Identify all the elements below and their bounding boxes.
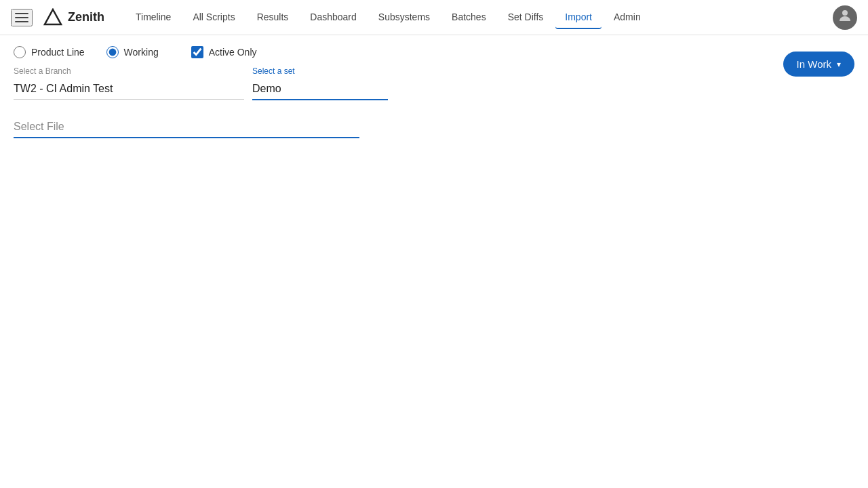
active-only-checkbox[interactable]	[191, 46, 203, 58]
active-only-checkbox-label[interactable]: Active Only	[191, 46, 257, 58]
hamburger-icon	[15, 17, 28, 18]
product-line-radio-label[interactable]: Product Line	[14, 46, 85, 58]
top-controls: Product Line Working Active Only Select …	[14, 46, 854, 117]
logo-icon	[43, 8, 62, 27]
branch-label: Select a Branch	[14, 66, 244, 76]
nav-item-subsystems[interactable]: Subsystems	[369, 6, 439, 29]
working-radio-label[interactable]: Working	[106, 46, 159, 58]
logo-text: Zenith	[68, 10, 104, 24]
in-work-label: In Work	[797, 58, 831, 70]
select-row: Select a Branch TW2 - CI Admin Test Sele…	[14, 66, 783, 100]
file-row: Select File	[14, 117, 854, 138]
nav-item-all-scripts[interactable]: All Scripts	[183, 6, 244, 29]
hamburger-icon	[15, 21, 28, 22]
nav-item-admin[interactable]: Admin	[604, 6, 650, 29]
select-file-label[interactable]: Select File	[14, 117, 359, 138]
hamburger-icon	[15, 13, 28, 14]
chevron-down-icon: ▾	[837, 60, 841, 69]
filter-row: Product Line Working Active Only	[14, 46, 783, 58]
product-line-label: Product Line	[31, 47, 85, 58]
in-work-button[interactable]: In Work ▾	[783, 52, 854, 77]
active-only-label: Active Only	[209, 47, 257, 58]
hamburger-button[interactable]	[11, 9, 33, 26]
main-content: Product Line Working Active Only Select …	[0, 35, 868, 149]
nav-item-dashboard[interactable]: Dashboard	[300, 6, 366, 29]
app-header: Zenith Timeline All Scripts Results Dash…	[0, 0, 868, 35]
nav-item-set-diffs[interactable]: Set Diffs	[498, 6, 553, 29]
svg-marker-0	[45, 9, 61, 24]
nav-item-results[interactable]: Results	[248, 6, 298, 29]
working-radio[interactable]	[106, 46, 119, 58]
branch-field-group: Select a Branch TW2 - CI Admin Test	[14, 66, 244, 100]
nav-item-timeline[interactable]: Timeline	[126, 6, 180, 29]
product-line-radio[interactable]	[14, 46, 26, 58]
nav-item-import[interactable]: Import	[555, 6, 601, 29]
set-value[interactable]: Demo	[252, 79, 388, 100]
user-icon	[837, 7, 853, 28]
avatar-button[interactable]	[833, 5, 857, 30]
branch-value[interactable]: TW2 - CI Admin Test	[14, 79, 244, 100]
set-field-group: Select a set Demo	[252, 66, 388, 100]
working-label: Working	[124, 47, 159, 58]
nav-item-batches[interactable]: Batches	[442, 6, 496, 29]
set-label: Select a set	[252, 66, 388, 76]
nav-bar: Timeline All Scripts Results Dashboard S…	[126, 6, 833, 29]
left-controls: Product Line Working Active Only Select …	[14, 46, 783, 117]
svg-point-1	[842, 10, 848, 16]
logo[interactable]: Zenith	[43, 8, 104, 27]
